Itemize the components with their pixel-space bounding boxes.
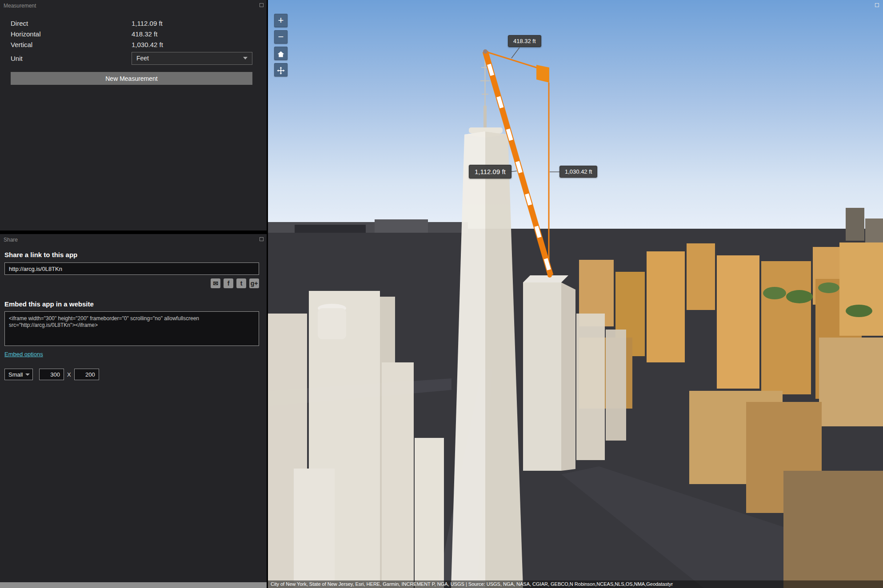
measurement-value: 418.32 ft [132,30,157,38]
measurement-label: Horizontal [0,30,132,38]
unit-select-value: Feet [136,55,149,62]
embed-size-row: Small X [4,369,262,380]
size-separator: X [67,371,71,378]
scene-view[interactable]: + − 418.32 ft 1,112.09 ft 1,030.42 ft Ci… [268,0,883,588]
zoom-out-button[interactable]: − [274,30,288,44]
share-panel-scrollbar[interactable] [0,582,267,588]
measurement-value: 1,030.42 ft [132,41,163,48]
share-panel: Share Share a link to this app ✉ f t g+ … [0,234,267,588]
home-icon [276,49,286,59]
horizontal-measure-label: 418.32 ft [508,35,541,47]
pan-button[interactable] [274,63,288,76]
measurement-label: Direct [0,20,132,27]
left-column: Measurement Direct 1,112.09 ft Horizonta… [0,0,268,588]
googleplus-icon[interactable]: g+ [249,278,259,288]
measurement-row-vertical: Vertical 1,030.42 ft [0,39,267,50]
measurement-label: Vertical [0,41,132,48]
pan-icon [276,66,286,75]
vertical-measure-label: 1,030.42 ft [559,166,597,178]
embed-height-input[interactable] [74,369,99,380]
measure-end-point [547,273,552,278]
facebook-icon[interactable]: f [224,278,233,288]
chevron-down-icon [243,57,248,60]
restore-panel-icon[interactable] [260,237,264,241]
unit-label: Unit [0,55,132,62]
measure-flag [536,65,549,83]
unit-select[interactable]: Feet [132,52,252,65]
map-controls: + − [274,14,288,79]
measurement-rows: Direct 1,112.09 ft Horizontal 418.32 ft … [0,18,267,65]
measure-start-point [483,49,487,54]
measurement-panel-title: Measurement [0,0,267,9]
embed-heading: Embed this app in a website [4,300,262,308]
email-icon[interactable]: ✉ [211,278,220,288]
direct-measure-label: 1,112.09 ft [469,165,511,179]
share-url-input[interactable] [4,262,259,275]
embed-size-value: Small [8,371,23,378]
spire [483,106,487,130]
measurement-row-horizontal: Horizontal 418.32 ft [0,28,267,39]
embed-code-textarea[interactable]: <iframe width="300" height="200" framebo… [4,311,259,346]
share-link-heading: Share a link to this app [4,251,262,258]
measurement-row-direct: Direct 1,112.09 ft [0,18,267,28]
social-buttons: ✉ f t g+ [4,278,259,288]
unit-row: Unit Feet [0,51,267,65]
embed-size-select[interactable]: Small [4,369,33,380]
new-measurement-button[interactable]: New Measurement [11,72,252,85]
measurement-value: 1,112.09 ft [132,20,163,27]
restore-map-icon[interactable] [875,3,879,7]
twitter-icon[interactable]: t [236,278,246,288]
embed-options-link[interactable]: Embed options [4,351,43,358]
chevron-down-icon [25,373,30,376]
restore-panel-icon[interactable] [260,3,264,7]
measurement-panel: Measurement Direct 1,112.09 ft Horizonta… [0,0,267,230]
home-button[interactable] [274,47,288,60]
share-content: Share a link to this app ✉ f t g+ Embed … [0,251,267,380]
embed-width-input[interactable] [39,369,64,380]
scene-3d-canvas[interactable] [268,0,883,588]
sky [268,0,883,230]
zoom-in-button[interactable]: + [274,14,288,27]
map-attribution: City of New York, State of New Jersey, E… [268,580,883,588]
share-panel-title: Share [0,234,267,243]
